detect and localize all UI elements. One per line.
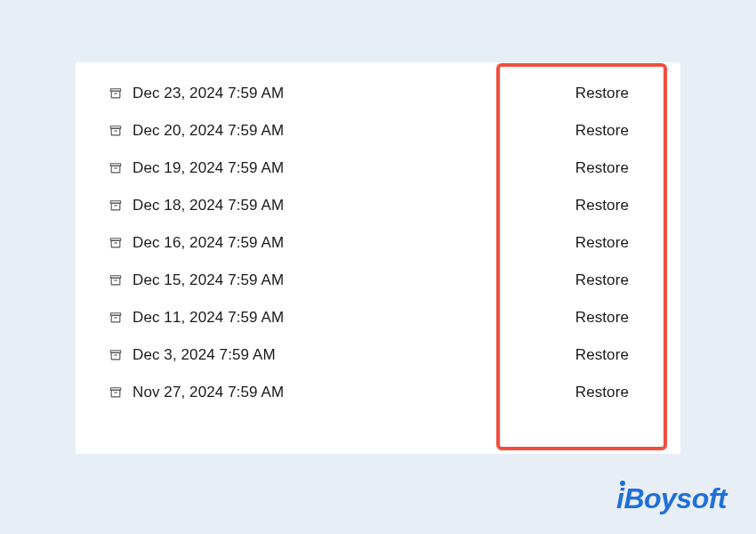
list-item-left: Dec 18, 2024 7:59 AM [109, 197, 284, 214]
archive-icon [109, 237, 122, 249]
brand-logo: iBoysoft [616, 482, 727, 515]
svg-rect-25 [111, 390, 120, 396]
list-item: Dec 11, 2024 7:59 AM Restore [76, 299, 680, 336]
backup-list: Dec 23, 2024 7:59 AM Restore Dec 20, 202… [76, 62, 680, 411]
archive-icon [109, 199, 122, 212]
list-item: Dec 19, 2024 7:59 AM Restore [76, 150, 680, 187]
svg-rect-22 [111, 352, 120, 359]
backup-date: Dec 15, 2024 7:59 AM [133, 271, 284, 289]
list-item-left: Dec 19, 2024 7:59 AM [109, 159, 284, 177]
restore-button[interactable]: Restore [575, 346, 629, 364]
list-item-left: Dec 11, 2024 7:59 AM [109, 309, 284, 327]
svg-rect-16 [111, 278, 120, 284]
list-item: Dec 15, 2024 7:59 AM Restore [76, 262, 680, 299]
archive-icon [109, 274, 122, 287]
list-item: Dec 23, 2024 7:59 AM Restore [76, 75, 680, 112]
archive-icon [109, 87, 122, 100]
restore-button[interactable]: Restore [575, 234, 629, 252]
list-item: Dec 16, 2024 7:59 AM Restore [76, 224, 680, 262]
svg-rect-7 [111, 166, 120, 172]
backup-date: Dec 11, 2024 7:59 AM [133, 309, 284, 327]
archive-icon [109, 349, 122, 361]
svg-rect-13 [111, 240, 120, 247]
backup-date: Dec 16, 2024 7:59 AM [133, 234, 284, 252]
restore-button[interactable]: Restore [575, 122, 629, 140]
list-item-left: Dec 16, 2024 7:59 AM [109, 234, 284, 252]
backup-date: Dec 23, 2024 7:59 AM [133, 85, 284, 102]
backup-date: Dec 18, 2024 7:59 AM [133, 197, 284, 214]
backup-list-panel: Dec 23, 2024 7:59 AM Restore Dec 20, 202… [76, 62, 680, 454]
list-item: Dec 20, 2024 7:59 AM Restore [76, 112, 680, 150]
archive-icon [109, 386, 122, 399]
list-item: Dec 18, 2024 7:59 AM Restore [76, 187, 680, 224]
list-item: Nov 27, 2024 7:59 AM Restore [76, 374, 680, 411]
archive-icon [109, 162, 122, 174]
archive-icon [109, 125, 122, 137]
restore-button[interactable]: Restore [575, 271, 629, 289]
restore-button[interactable]: Restore [575, 159, 629, 177]
restore-button[interactable]: Restore [575, 384, 629, 401]
svg-rect-1 [111, 91, 120, 97]
list-item-left: Nov 27, 2024 7:59 AM [109, 384, 284, 401]
restore-button[interactable]: Restore [575, 197, 629, 214]
archive-icon [109, 312, 122, 324]
restore-button[interactable]: Restore [575, 309, 629, 327]
list-item-left: Dec 15, 2024 7:59 AM [109, 271, 284, 289]
brand-text: iBoysoft [616, 482, 727, 514]
list-item-left: Dec 23, 2024 7:59 AM [109, 85, 284, 102]
list-item: Dec 3, 2024 7:59 AM Restore [76, 336, 680, 374]
backup-date: Dec 19, 2024 7:59 AM [133, 159, 284, 177]
svg-rect-19 [111, 315, 120, 321]
list-item-left: Dec 20, 2024 7:59 AM [109, 122, 284, 140]
svg-rect-10 [111, 203, 120, 209]
restore-button[interactable]: Restore [575, 85, 629, 102]
backup-date: Nov 27, 2024 7:59 AM [133, 384, 284, 401]
logo-dot-icon [620, 481, 625, 486]
backup-date: Dec 20, 2024 7:59 AM [133, 122, 284, 140]
list-item-left: Dec 3, 2024 7:59 AM [109, 346, 276, 364]
svg-rect-4 [111, 128, 120, 134]
backup-date: Dec 3, 2024 7:59 AM [133, 346, 276, 364]
